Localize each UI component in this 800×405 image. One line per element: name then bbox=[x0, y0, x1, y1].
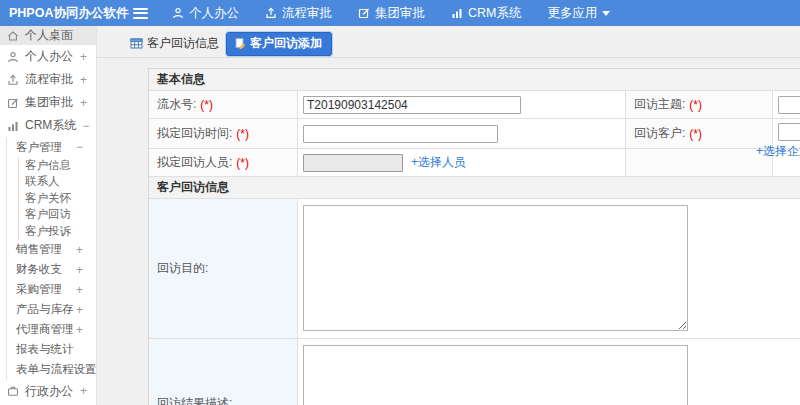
serial-number-cell bbox=[298, 91, 626, 119]
sidebar-item-label: 个人办公 bbox=[25, 48, 73, 65]
field-label: 流水号: bbox=[157, 96, 196, 113]
visit-customer-label: 回访客户: (*) bbox=[626, 119, 773, 149]
add-record-icon bbox=[234, 37, 246, 49]
sidebar-item-customer-info[interactable]: 客户信息 bbox=[19, 157, 96, 174]
expand-plus-icon: + bbox=[76, 243, 83, 257]
bar-chart-icon bbox=[451, 7, 463, 19]
empty-label-cell bbox=[626, 149, 773, 177]
upload-icon bbox=[7, 74, 19, 86]
sidebar-item-customer-complaint[interactable]: 客户投诉 bbox=[19, 223, 96, 240]
planned-person-label: 拟定回访人员: (*) bbox=[149, 149, 298, 177]
menu-toggle-icon[interactable] bbox=[133, 8, 148, 19]
nav-label: 个人办公 bbox=[189, 5, 239, 22]
upload-icon bbox=[265, 7, 277, 19]
edit-icon bbox=[358, 7, 370, 19]
field-label: 回访结果描述: bbox=[157, 395, 232, 405]
sidebar-item-customer-visit[interactable]: 客户回访 bbox=[19, 207, 96, 224]
sidebar-item-label: 流程审批 bbox=[25, 71, 73, 88]
nav-label: 集团审批 bbox=[375, 5, 425, 22]
select-person-link[interactable]: +选择人员 bbox=[411, 154, 466, 171]
sidebar-item-label: 行政办公 bbox=[25, 383, 73, 400]
planned-time-input[interactable] bbox=[303, 125, 498, 143]
content-tabs: 客户回访信息 客户回访添加 bbox=[130, 33, 332, 54]
nav-label: CRM系统 bbox=[468, 5, 521, 22]
visit-purpose-cell bbox=[298, 199, 800, 339]
visit-add-form: 基本信息 流水号: (*) 回访主题: (*) 拟定回访时间: (*) 回访客户… bbox=[148, 68, 800, 405]
sidebar-item-products-inventory[interactable]: 产品与库存 + bbox=[7, 300, 96, 320]
sidebar-item-contacts[interactable]: 联系人 bbox=[19, 174, 96, 191]
section-header-basic-info: 基本信息 bbox=[149, 69, 800, 91]
sidebar-item-form-workflow-settings[interactable]: 表单与流程设置 + bbox=[7, 360, 96, 380]
serial-number-input[interactable] bbox=[303, 96, 521, 114]
sidebar-item-group-approval[interactable]: 集团审批 + bbox=[0, 91, 96, 114]
sidebar-item-customer-care[interactable]: 客户关怀 bbox=[19, 190, 96, 207]
sidebar-item-label: 客户信息 bbox=[25, 158, 71, 173]
expand-plus-icon: + bbox=[80, 96, 87, 110]
visit-topic-input[interactable] bbox=[778, 96, 800, 114]
sidebar-item-workflow-approval[interactable]: 流程审批 + bbox=[0, 68, 96, 91]
field-label: 拟定回访时间: bbox=[157, 125, 232, 142]
visit-result-cell bbox=[298, 339, 800, 405]
planned-time-label: 拟定回访时间: (*) bbox=[149, 119, 298, 149]
divider bbox=[97, 57, 800, 58]
expand-plus-icon: + bbox=[80, 50, 87, 64]
expand-plus-icon: + bbox=[76, 303, 83, 317]
top-navigation-bar: PHPOA协同办公软件 个人办公 流程审批 集团审批 CRM系统 更多应用 bbox=[0, 0, 800, 26]
expand-plus-icon: + bbox=[76, 283, 83, 297]
sidebar-item-label: 财务收支 bbox=[16, 262, 62, 277]
app-logo: PHPOA协同办公软件 bbox=[0, 5, 133, 22]
select-company-link[interactable]: +选择企业 bbox=[756, 143, 800, 160]
sidebar-item-sales-management[interactable]: 销售管理 + bbox=[7, 240, 96, 260]
sidebar-item-personal-office[interactable]: 个人办公 + bbox=[0, 45, 96, 68]
visit-customer-cell: +选择企业 bbox=[773, 119, 800, 149]
expand-plus-icon: + bbox=[76, 263, 83, 277]
sidebar-item-label: 联系人 bbox=[25, 174, 60, 189]
home-icon bbox=[7, 30, 19, 42]
top-nav: 个人办公 流程审批 集团审批 CRM系统 更多应用 bbox=[172, 5, 610, 22]
collapse-minus-icon: − bbox=[82, 119, 89, 133]
table-grid-icon bbox=[130, 37, 143, 50]
visit-purpose-textarea[interactable] bbox=[303, 205, 688, 331]
sidebar-item-crm-system[interactable]: CRM系统 − bbox=[0, 114, 96, 137]
expand-plus-icon: + bbox=[80, 73, 87, 87]
sidebar-item-label: 产品与库存 bbox=[16, 302, 74, 317]
app-window: PHPOA协同办公软件 个人办公 流程审批 集团审批 CRM系统 更多应用 bbox=[0, 0, 800, 405]
sidebar-item-label: 采购管理 bbox=[16, 282, 62, 297]
sidebar-item-label: 个人桌面 bbox=[25, 27, 73, 44]
sidebar-item-customer-management[interactable]: 客户管理 − bbox=[7, 137, 96, 157]
visit-purpose-label: 回访目的: bbox=[149, 199, 298, 339]
briefcase-icon bbox=[7, 385, 19, 397]
sidebar-item-reports-statistics[interactable]: 报表与统计 bbox=[7, 340, 96, 360]
bar-chart-icon bbox=[7, 120, 19, 132]
sidebar: 个人桌面 个人办公 + 流程审批 + 集团审批 + CRM系统 − 客户管理 − bbox=[0, 26, 97, 405]
nav-label: 流程审批 bbox=[282, 5, 332, 22]
sidebar-item-purchasing[interactable]: 采购管理 + bbox=[7, 280, 96, 300]
sidebar-item-personal-desktop[interactable]: 个人桌面 bbox=[0, 26, 96, 45]
serial-number-label: 流水号: (*) bbox=[149, 91, 298, 119]
nav-more-apps[interactable]: 更多应用 bbox=[547, 5, 610, 22]
planned-time-cell bbox=[298, 119, 626, 149]
crm-submenu: 客户管理 − 客户信息 联系人 客户关怀 客户回访 客户投诉 销售管理 + 财务… bbox=[6, 137, 96, 380]
visit-topic-cell bbox=[773, 91, 800, 119]
sidebar-item-finance[interactable]: 财务收支 + bbox=[7, 260, 96, 280]
tab-visit-add[interactable]: 客户回访添加 bbox=[226, 32, 332, 56]
visit-customer-input[interactable] bbox=[778, 123, 800, 141]
nav-crm-system[interactable]: CRM系统 bbox=[451, 5, 521, 22]
sidebar-item-label: 表单与流程设置 bbox=[16, 362, 97, 377]
planned-person-input[interactable] bbox=[303, 154, 403, 172]
planned-person-cell: +选择人员 bbox=[298, 149, 626, 177]
tab-label: 客户回访添加 bbox=[250, 35, 322, 52]
tab-visit-info[interactable]: 客户回访信息 bbox=[130, 35, 219, 52]
nav-workflow-approval[interactable]: 流程审批 bbox=[265, 5, 332, 22]
required-mark: (*) bbox=[689, 98, 702, 112]
required-mark: (*) bbox=[689, 127, 702, 141]
nav-group-approval[interactable]: 集团审批 bbox=[358, 5, 425, 22]
sidebar-item-admin-office[interactable]: 行政办公 + bbox=[0, 380, 96, 403]
visit-result-textarea[interactable] bbox=[303, 345, 688, 405]
sidebar-item-label: 客户管理 bbox=[16, 140, 62, 155]
field-label: 回访目的: bbox=[157, 260, 208, 277]
sidebar-item-label: 客户投诉 bbox=[25, 224, 71, 239]
nav-personal-office[interactable]: 个人办公 bbox=[172, 5, 239, 22]
sidebar-item-agent-management[interactable]: 代理商管理 + bbox=[7, 320, 96, 340]
caret-down-icon bbox=[602, 11, 610, 16]
